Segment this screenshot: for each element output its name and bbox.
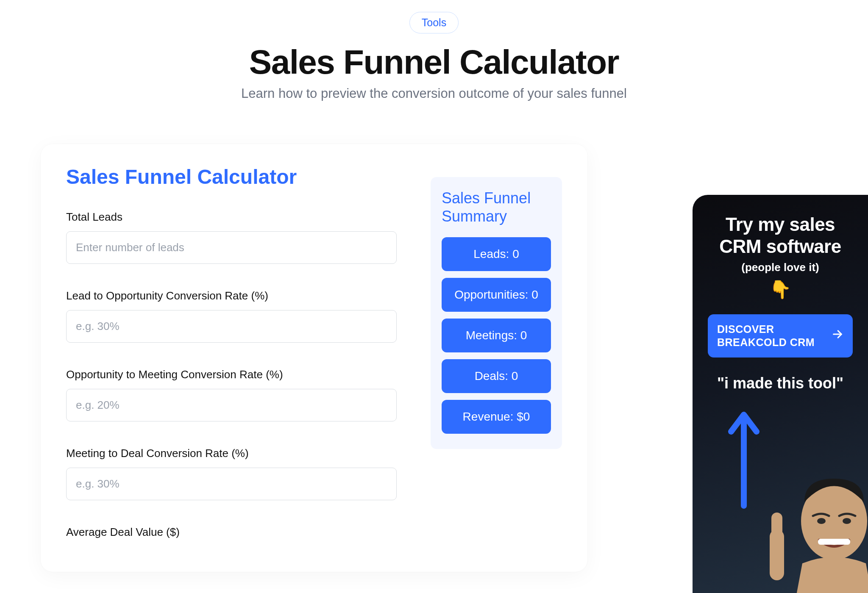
summary-revenue: Revenue: $0 [442, 400, 551, 434]
svg-point-3 [817, 518, 826, 524]
summary-title: Sales Funnel Summary [442, 189, 551, 225]
person-illustration [762, 462, 868, 593]
summary-leads: Leads: 0 [442, 237, 551, 271]
promo-sub: (people love it) [708, 261, 853, 274]
page-subtitle: Learn how to preview the conversion outc… [241, 86, 627, 101]
form-title: Sales Funnel Calculator [66, 165, 397, 188]
form-column: Sales Funnel Calculator Total Leads Lead… [66, 165, 397, 546]
input-meeting-to-deal[interactable] [66, 468, 397, 500]
field-total-leads: Total Leads [66, 211, 397, 264]
summary-meetings: Meetings: 0 [442, 319, 551, 352]
summary-opportunities: Opportunities: 0 [442, 278, 551, 312]
summary-panel: Sales Funnel Summary Leads: 0 Opportunit… [431, 177, 562, 449]
page-title: Sales Funnel Calculator [249, 43, 619, 82]
summary-deals: Deals: 0 [442, 359, 551, 393]
discover-crm-button[interactable]: DISCOVER BREAKCOLD CRM [708, 314, 853, 358]
label-avg-deal-value: Average Deal Value ($) [66, 526, 397, 539]
promo-cta-label: DISCOVER BREAKCOLD CRM [717, 323, 826, 349]
svg-point-4 [843, 518, 851, 524]
arrow-right-icon [832, 328, 843, 343]
svg-rect-5 [818, 539, 850, 545]
label-meeting-to-deal: Meeting to Deal Conversion Rate (%) [66, 447, 397, 460]
tools-badge[interactable]: Tools [409, 12, 459, 33]
label-opp-to-meeting: Opportunity to Meeting Conversion Rate (… [66, 368, 397, 381]
point-down-icon: 👇 [708, 279, 853, 300]
input-total-leads[interactable] [66, 231, 397, 264]
promo-sidebar: Try my sales CRM software (people love i… [693, 195, 868, 593]
svg-rect-7 [771, 513, 782, 538]
promo-quote: "i made this tool" [708, 374, 853, 392]
field-lead-to-opp: Lead to Opportunity Conversion Rate (%) [66, 289, 397, 343]
label-lead-to-opp: Lead to Opportunity Conversion Rate (%) [66, 289, 397, 302]
field-meeting-to-deal: Meeting to Deal Conversion Rate (%) [66, 447, 397, 500]
label-total-leads: Total Leads [66, 211, 397, 224]
calculator-card: Sales Funnel Calculator Total Leads Lead… [41, 144, 587, 572]
field-avg-deal-value: Average Deal Value ($) [66, 526, 397, 539]
promo-headline: Try my sales CRM software [708, 213, 853, 258]
input-lead-to-opp[interactable] [66, 310, 397, 343]
input-opp-to-meeting[interactable] [66, 389, 397, 421]
field-opp-to-meeting: Opportunity to Meeting Conversion Rate (… [66, 368, 397, 421]
